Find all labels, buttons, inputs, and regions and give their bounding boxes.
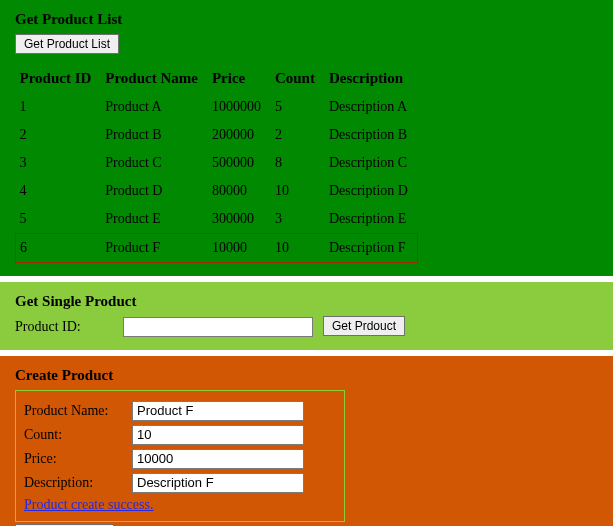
product-name-label: Product Name: <box>24 403 132 419</box>
create-product-panel: Create Product Product Name: Count: Pric… <box>0 356 613 526</box>
cell-name: Product C <box>101 149 208 177</box>
col-product-name: Product Name <box>101 64 208 93</box>
get-product-list-button[interactable]: Get Product List <box>15 34 119 54</box>
col-description: Description <box>325 64 418 93</box>
price-label: Price: <box>24 451 132 467</box>
cell-name: Product E <box>101 205 208 234</box>
create-product-title: Create Product <box>15 367 598 384</box>
description-label: Description: <box>24 475 132 491</box>
cell-desc: Description B <box>325 121 418 149</box>
cell-price: 300000 <box>208 205 271 234</box>
cell-id: 1 <box>16 93 102 121</box>
table-header-row: Product ID Product Name Price Count Desc… <box>16 64 418 93</box>
cell-desc: Description A <box>325 93 418 121</box>
table-row[interactable]: 2Product B2000002Description B <box>16 121 418 149</box>
cell-desc: Description D <box>325 177 418 205</box>
product-table: Product ID Product Name Price Count Desc… <box>15 64 418 263</box>
get-product-list-title: Get Product List <box>15 11 598 28</box>
create-success-message: Product create success. <box>24 497 336 513</box>
cell-name: Product B <box>101 121 208 149</box>
cell-desc: Description C <box>325 149 418 177</box>
cell-count: 8 <box>271 149 325 177</box>
cell-desc: Description E <box>325 205 418 234</box>
description-input[interactable] <box>132 473 304 493</box>
product-id-label: Product ID: <box>15 319 119 335</box>
cell-count: 10 <box>271 177 325 205</box>
cell-price: 1000000 <box>208 93 271 121</box>
table-row[interactable]: 1Product A10000005Description A <box>16 93 418 121</box>
col-count: Count <box>271 64 325 93</box>
product-id-input[interactable] <box>123 317 313 337</box>
cell-id: 4 <box>16 177 102 205</box>
cell-name: Product D <box>101 177 208 205</box>
cell-price: 200000 <box>208 121 271 149</box>
get-product-list-panel: Get Product List Get Product List Produc… <box>0 0 613 276</box>
cell-price: 10000 <box>208 234 271 263</box>
get-single-product-title: Get Single Product <box>15 293 598 310</box>
count-input[interactable] <box>132 425 304 445</box>
table-row[interactable]: 5Product E3000003Description E <box>16 205 418 234</box>
cell-price: 80000 <box>208 177 271 205</box>
cell-name: Product F <box>101 234 208 263</box>
get-single-product-panel: Get Single Product Product ID: Get Prdou… <box>0 282 613 350</box>
get-product-button[interactable]: Get Prdouct <box>323 316 405 336</box>
col-price: Price <box>208 64 271 93</box>
cell-id: 2 <box>16 121 102 149</box>
cell-name: Product A <box>101 93 208 121</box>
cell-id: 3 <box>16 149 102 177</box>
table-row[interactable]: 6Product F1000010Description F <box>16 234 418 263</box>
price-input[interactable] <box>132 449 304 469</box>
cell-id: 5 <box>16 205 102 234</box>
cell-count: 2 <box>271 121 325 149</box>
count-label: Count: <box>24 427 132 443</box>
col-product-id: Product ID <box>16 64 102 93</box>
table-row[interactable]: 3Product C5000008Description C <box>16 149 418 177</box>
create-product-form: Product Name: Count: Price: Description:… <box>15 390 345 522</box>
product-name-input[interactable] <box>132 401 304 421</box>
cell-price: 500000 <box>208 149 271 177</box>
cell-count: 3 <box>271 205 325 234</box>
cell-count: 10 <box>271 234 325 263</box>
table-row[interactable]: 4Product D8000010Description D <box>16 177 418 205</box>
cell-desc: Description F <box>325 234 418 263</box>
cell-count: 5 <box>271 93 325 121</box>
cell-id: 6 <box>16 234 102 263</box>
